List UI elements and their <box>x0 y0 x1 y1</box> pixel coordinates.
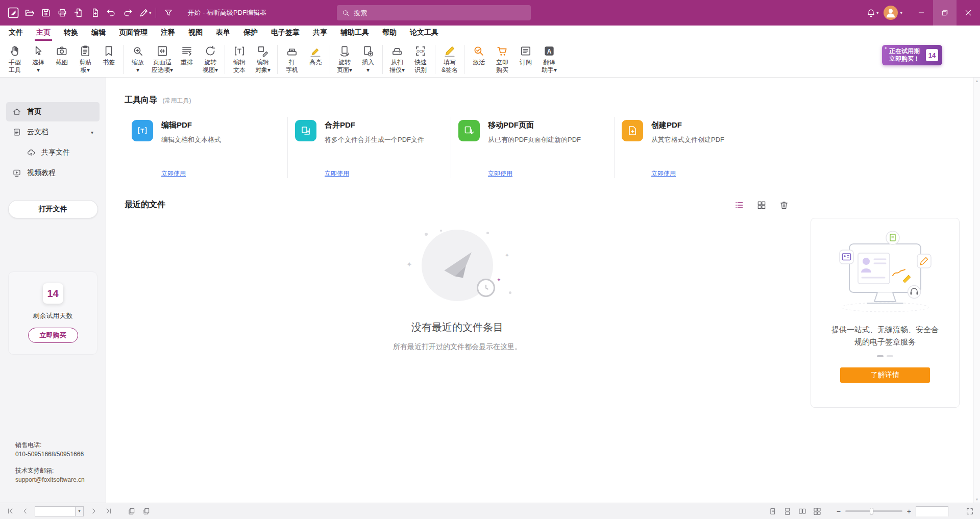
use-now-link[interactable]: 立即使用 <box>488 169 512 178</box>
zoom-in-button[interactable]: + <box>907 508 911 515</box>
zoom-percent-box[interactable] <box>916 506 948 516</box>
zoom-slider[interactable] <box>845 510 902 512</box>
first-page-button[interactable] <box>5 506 15 516</box>
scroll-up-icon[interactable]: ▲ <box>975 79 979 83</box>
ribbon-item-activate[interactable]: 激活 <box>467 42 491 77</box>
ribbon-item-edit-text[interactable]: 编辑 文本 <box>228 42 251 77</box>
tool-card-edit-pdf[interactable]: 编辑PDF 编辑文档和文本格式 立即使用 <box>125 117 288 178</box>
list-view-button[interactable] <box>734 200 744 210</box>
page-dropdown-caret-icon[interactable]: ▾ <box>75 507 83 516</box>
ribbon-item-from-scanner[interactable]: 从扫 描仪▾ <box>385 42 409 77</box>
fullscreen-button[interactable] <box>965 506 975 516</box>
ribbon-item-reflow[interactable]: 重排 <box>175 42 199 77</box>
facing-view-button[interactable] <box>797 506 807 516</box>
trial-banner[interactable]: ✦ 正在试用期 立即购买！ 14 <box>882 45 942 65</box>
promo-dot[interactable] <box>887 355 893 357</box>
ribbon-item-fill-sign[interactable]: 填写 &签名 <box>438 42 461 77</box>
single-page-view-button[interactable] <box>768 506 778 516</box>
ribbon-item-insert[interactable]: 插入 ▾ <box>356 42 380 77</box>
zoom-out-button[interactable]: − <box>837 508 841 515</box>
buy-now-button[interactable]: 立即购买 <box>28 328 78 343</box>
ribbon-item-clipboard[interactable]: 剪贴 板▾ <box>74 42 97 77</box>
vertical-scrollbar[interactable]: ▲ ▼ <box>973 78 980 503</box>
zoom-slider-thumb[interactable] <box>870 508 873 514</box>
ribbon-item-hand-tool[interactable]: 手型 工具 <box>3 42 27 77</box>
scroll-down-icon[interactable]: ▼ <box>975 498 979 501</box>
sidebar-item-video-tutorials[interactable]: 视频教程 <box>6 163 100 183</box>
menu-tab-file[interactable]: 文件 <box>2 26 30 41</box>
ribbon-item-select[interactable]: 选择 ▾ <box>27 42 50 77</box>
menu-tab-protect[interactable]: 保护 <box>237 26 264 41</box>
create-pdf-icon[interactable] <box>87 5 103 21</box>
restore-button[interactable] <box>933 0 957 26</box>
menu-tab-home[interactable]: 主页 <box>30 26 57 41</box>
ribbon-item-bookmark[interactable]: 书签 <box>97 42 120 77</box>
menu-tab-paper-tools[interactable]: 论文工具 <box>403 26 445 41</box>
redo-icon[interactable] <box>119 5 136 21</box>
search-input[interactable] <box>354 9 526 17</box>
use-now-link[interactable]: 立即使用 <box>651 169 676 178</box>
minimize-button[interactable] <box>910 0 933 26</box>
last-page-button[interactable] <box>103 506 113 516</box>
menu-tab-accessibility[interactable]: 辅助工具 <box>334 26 376 41</box>
cloud-docs-caret-icon[interactable]: ▾ <box>91 130 93 135</box>
learn-more-button[interactable]: 了解详情 <box>840 367 930 383</box>
use-now-link[interactable]: 立即使用 <box>325 169 349 178</box>
sidebar-item-home[interactable]: 首页 <box>6 102 100 121</box>
facing-continuous-view-button[interactable] <box>812 506 822 516</box>
account-caret-icon[interactable]: ▾ <box>900 10 902 15</box>
support-email-link[interactable]: support@foxitsoftware.cn <box>15 475 85 484</box>
trash-icon[interactable] <box>779 200 789 210</box>
promo-dot[interactable] <box>877 355 884 357</box>
app-logo[interactable] <box>5 5 21 21</box>
ribbon-item-edit-object[interactable]: 编辑 对象▾ <box>251 42 275 77</box>
use-now-link[interactable]: 立即使用 <box>161 169 186 178</box>
tool-card-move-pages[interactable]: 移动PDF页面 从已有的PDF页面创建新的PDF 立即使用 <box>451 117 615 178</box>
ribbon-item-snapshot[interactable]: 截图 <box>50 42 74 77</box>
esign-dropdown-caret-icon[interactable]: ▾ <box>149 10 152 15</box>
duplicate-view-alt-icon[interactable] <box>141 506 152 516</box>
print-icon[interactable] <box>54 5 70 21</box>
open-file-icon[interactable] <box>21 5 38 21</box>
search-bar[interactable] <box>337 5 531 20</box>
page-number-input[interactable] <box>35 507 75 516</box>
zoom-percent-input[interactable] <box>916 507 948 516</box>
open-file-button[interactable]: 打开文件 <box>8 200 98 218</box>
ribbon-item-rotate-view[interactable]: 旋转 视图▾ <box>199 42 222 77</box>
export-pdf-icon[interactable] <box>70 5 87 21</box>
tool-card-merge-pdf[interactable]: 合并PDF 将多个文件合并生成一个PDF文件 立即使用 <box>288 117 451 178</box>
grid-view-button[interactable] <box>756 200 767 210</box>
sidebar-item-shared-files[interactable]: 共享文件 <box>6 143 100 162</box>
ribbon-item-quick-ocr[interactable]: OCR 快速 识别 <box>409 42 432 77</box>
filter-dropdown-icon[interactable] <box>160 5 177 21</box>
menu-tab-form[interactable]: 表单 <box>209 26 237 41</box>
duplicate-view-icon[interactable] <box>127 506 137 516</box>
undo-icon[interactable] <box>103 5 119 21</box>
menu-tab-comment[interactable]: 注释 <box>154 26 182 41</box>
ribbon-item-zoom[interactable]: 缩放 ▾ <box>126 42 150 77</box>
menu-tab-share[interactable]: 共享 <box>306 26 334 41</box>
ribbon-item-subscribe[interactable]: 订阅 <box>514 42 537 77</box>
page-number-box[interactable]: ▾ <box>35 506 84 516</box>
prev-page-button[interactable] <box>20 506 30 516</box>
sidebar-item-cloud-docs[interactable]: 云文档 ▾ <box>6 122 100 142</box>
user-avatar[interactable] <box>884 6 898 20</box>
menu-tab-edit[interactable]: 编辑 <box>85 26 112 41</box>
menu-tab-page-manage[interactable]: 页面管理 <box>112 26 154 41</box>
ribbon-item-rotate-pages[interactable]: 旋转 页面▾ <box>333 42 356 77</box>
ribbon-item-fit-options[interactable]: 页面适 应选项▾ <box>150 42 175 77</box>
ribbon-item-highlight[interactable]: 高亮 <box>304 42 327 77</box>
next-page-button[interactable] <box>88 506 99 516</box>
close-button[interactable] <box>957 0 980 26</box>
continuous-view-button[interactable] <box>782 506 793 516</box>
ribbon-item-translate-assistant[interactable]: A 翻译 助手▾ <box>537 42 561 77</box>
save-icon[interactable] <box>38 5 54 21</box>
menu-tab-view[interactable]: 视图 <box>182 26 209 41</box>
tool-card-create-pdf[interactable]: 创建PDF 从其它格式文件创建PDF 立即使用 <box>615 117 778 178</box>
menu-tab-esign[interactable]: 电子签章 <box>264 26 306 41</box>
notifications-caret-icon[interactable]: ▾ <box>876 10 879 15</box>
menu-tab-convert[interactable]: 转换 <box>57 26 85 41</box>
menu-tab-help[interactable]: 帮助 <box>376 26 403 41</box>
ribbon-item-typewriter[interactable]: 打 字机 <box>280 42 304 77</box>
ribbon-item-buy-now[interactable]: 立即 购买 <box>491 42 514 77</box>
